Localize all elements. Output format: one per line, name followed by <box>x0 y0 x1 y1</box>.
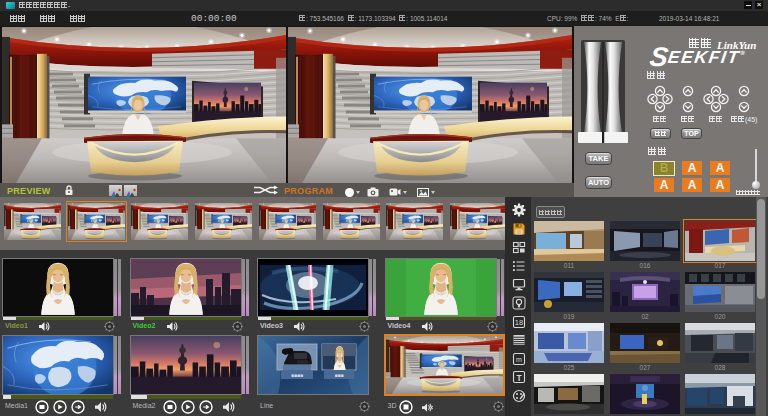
svg-text:■■■■: ■■■■ <box>291 372 303 378</box>
svg-text:18: 18 <box>515 318 523 327</box>
svg-text:■■■: ■■■ <box>334 372 343 378</box>
svg-text:m: m <box>516 356 522 363</box>
svg-text:T: T <box>516 373 522 383</box>
